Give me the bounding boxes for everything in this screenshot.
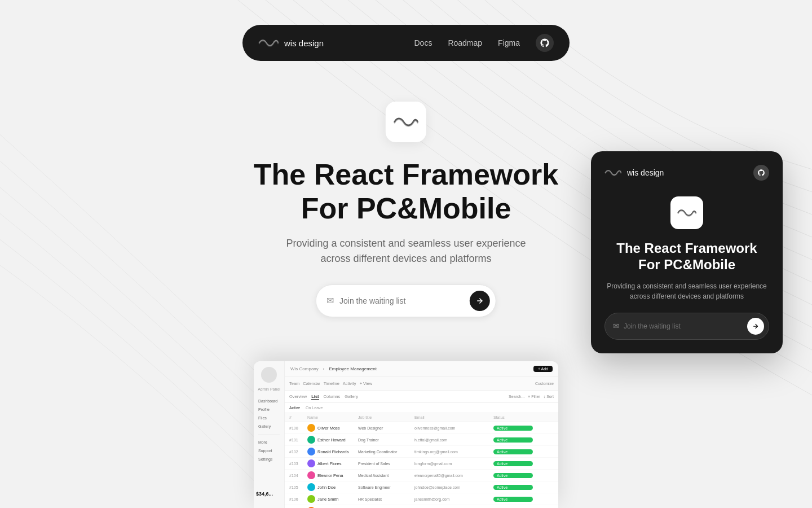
dash-main: Wis Company › Employee Management + Add … [285, 361, 558, 508]
mobile-mail-icon: ✉ [613, 322, 619, 330]
mobile-hero-logo-icon [677, 207, 696, 218]
nav-roadmap[interactable]: Roadmap [448, 38, 482, 47]
mobile-hero-title: The React Framework For PC&Mobile [604, 240, 769, 273]
hero-title: The React Framework For PC&Mobile [254, 158, 558, 226]
table-row: #107 Jack Johnson Finance Manager jackjo… [285, 505, 558, 508]
logo-icon [258, 37, 279, 49]
nav-docs[interactable]: Docs [414, 38, 432, 47]
mobile-email-input[interactable] [624, 322, 747, 330]
navbar-links: Docs Roadmap Figma [414, 34, 554, 52]
navbar: wis design Docs Roadmap Figma [242, 25, 570, 61]
mobile-hero-logo-box [670, 196, 703, 229]
mobile-submit-button[interactable] [747, 318, 764, 335]
table-row: #101 Esther Howard Dog Trainer h.etfal@g… [285, 434, 558, 446]
mobile-hero-subtitle: Providing a consistent and seamless user… [604, 281, 769, 301]
mobile-logo-area: wis design [604, 168, 664, 178]
dashboard-preview: Admin Panel Dashboard Profile Files Gall… [254, 361, 558, 508]
table-row: #104 Eleanor Pena Medical Assistant elea… [285, 470, 558, 481]
nav-figma[interactable]: Figma [498, 38, 520, 47]
hero-subtitle: Providing a consistent and seamless user… [286, 236, 526, 266]
mobile-nav: wis design [604, 165, 769, 181]
hero-section: The React Framework For PC&Mobile Provid… [254, 102, 558, 317]
table-row: #105 John Doe Software Engineer johndoe@… [285, 481, 558, 493]
email-form: ✉ [316, 284, 496, 317]
mobile-email-form: ✉ [604, 313, 769, 340]
mobile-brand: wis design [627, 168, 664, 177]
table-row: #100 Oliver Moss Web Designer olivermoss… [285, 422, 558, 434]
table-row: #102 Ronald Richards Marketing Coordinat… [285, 446, 558, 458]
dash-sidebar: Admin Panel Dashboard Profile Files Gall… [254, 361, 285, 508]
navbar-brand: wis design [284, 38, 324, 48]
submit-button[interactable] [470, 291, 490, 311]
mobile-github-icon[interactable] [753, 165, 769, 181]
hero-logo-icon [394, 115, 418, 129]
mail-icon: ✉ [326, 295, 334, 306]
github-icon[interactable] [536, 34, 554, 52]
mobile-preview-card: wis design The React Framework For PC&Mo… [591, 151, 783, 353]
table-row: #106 Jane Smith HR Specialist janesmith@… [285, 493, 558, 505]
email-input[interactable] [339, 296, 470, 305]
navbar-logo: wis design [258, 37, 324, 49]
table-row: #103 Albert Flores President of Sales lo… [285, 458, 558, 470]
mobile-logo-icon [604, 168, 621, 178]
hero-logo-box [386, 102, 426, 142]
